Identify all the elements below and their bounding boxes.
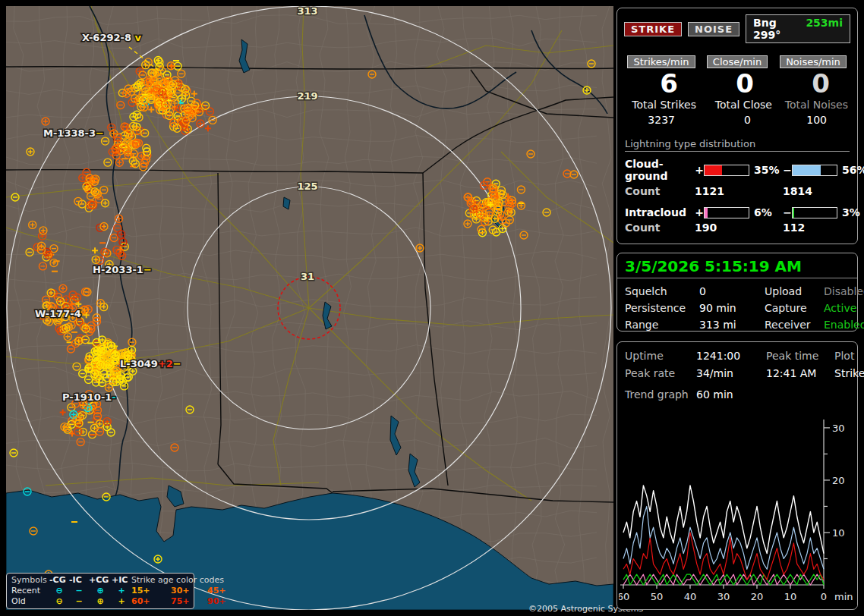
range-label: Range	[625, 319, 699, 331]
svg-text:H-2033-1−: H-2033-1−	[93, 264, 152, 275]
upload-status: Disabled	[824, 285, 864, 297]
legend-col-neg-cg: -CG	[49, 575, 69, 586]
legend-row-recent: Recent⊖−⊕+15+30+45+	[11, 586, 189, 596]
legend-age-45plus: 45+	[207, 586, 241, 596]
plot-mode-value: Strike	[834, 367, 864, 379]
svg-text:125: 125	[297, 181, 317, 192]
total-strikes-label: Total Strikes	[623, 99, 699, 111]
noises-per-min-value: 0	[775, 68, 851, 99]
minus-sign: −	[783, 164, 792, 176]
legend-symbol-posIC: +	[112, 586, 131, 596]
cg-positive-bar	[704, 165, 749, 176]
capture-label: Capture	[765, 302, 824, 314]
session-grid: Uptime 1241:00 Peak time Plot Peak rate …	[617, 342, 857, 379]
trend-graph-label: Trend graph	[625, 388, 696, 401]
legend-header-row: Symbols -CG -IC +CG +IC Strike age color…	[11, 575, 189, 586]
noises-per-min-column: Noises/min 0 Total Noises 100	[775, 55, 851, 126]
legend-col-pos-ic: +IC	[112, 575, 131, 586]
strike-toggle-button[interactable]: STRIKE	[624, 22, 682, 36]
svg-text:min: min	[834, 591, 853, 602]
svg-text:0: 0	[821, 591, 827, 602]
ic-positive-bar	[704, 207, 749, 218]
total-close-value: 0	[699, 111, 775, 126]
svg-text:50: 50	[651, 591, 664, 602]
svg-text:W-177-4: W-177-4	[35, 308, 81, 319]
strike-stats-panel: STRIKE NOISE Bng 299° 253mi Strikes/min …	[616, 8, 858, 244]
rate-counters: Strikes/min 6 Total Strikes 3237 Close/m…	[617, 45, 857, 126]
trend-graph-span: 60 min	[696, 388, 850, 401]
legend-row-label: Recent	[11, 586, 49, 596]
distribution-title: Lightning type distribution	[625, 138, 850, 152]
svg-text:20: 20	[832, 475, 845, 486]
cg-positive-count: 1121	[695, 185, 783, 197]
plus-sign: +	[695, 164, 704, 176]
capture-status: Active	[824, 302, 864, 314]
cg-negative-count: 1814	[783, 185, 850, 197]
cg-count-label: Count	[625, 185, 695, 197]
legend-age-90plus: 90+	[207, 596, 241, 607]
svg-text:31: 31	[301, 271, 314, 282]
cloud-ground-row: Cloud-ground + 35% − 56%	[625, 158, 850, 182]
svg-text:219: 219	[297, 90, 317, 102]
svg-text:60: 60	[619, 591, 629, 602]
total-strikes-value: 3237	[623, 111, 699, 126]
mode-button-row: STRIKE NOISE Bng 299° 253mi	[617, 8, 857, 45]
svg-text:10: 10	[784, 591, 797, 602]
legend-symbol-negIC: −	[69, 596, 89, 607]
lightning-type-distribution: Lightning type distribution Cloud-ground…	[617, 126, 857, 234]
squelch-value: 0	[699, 285, 765, 297]
legend-symbol-posCG: ⊕	[89, 586, 112, 596]
persistence-label: Persistence	[625, 302, 699, 314]
legend-age-15plus: 15+	[131, 586, 171, 596]
intracloud-row: Intracloud + 6% − 3%	[625, 206, 850, 218]
total-noises-value: 100	[775, 111, 851, 126]
map-symbol-legend: Symbols -CG -IC +CG +IC Strike age color…	[6, 573, 194, 609]
noise-toggle-button[interactable]: NOISE	[688, 22, 739, 36]
cg-negative-bar-fill	[793, 165, 821, 175]
intracloud-label: Intracloud	[625, 206, 695, 218]
svg-text:M-1338-3−: M-1338-3−	[43, 127, 104, 139]
legend-symbol-negCG: ⊖	[49, 596, 69, 607]
svg-text:10: 10	[832, 527, 845, 539]
lightning-map[interactable]: X-6292-8 vM-1338-3−H-2033-1−W-177-4L-304…	[6, 6, 613, 610]
legend-age-title: Strike age color codes	[131, 575, 241, 586]
svg-text:L-3049+2−: L-3049+2−	[120, 358, 181, 369]
upload-label: Upload	[765, 285, 824, 297]
cg-negative-percent: 56%	[837, 164, 864, 176]
cg-positive-bar-fill	[705, 165, 722, 175]
intracloud-count-row: Count 190 112	[625, 222, 850, 234]
svg-text:30: 30	[717, 591, 730, 602]
svg-text:20: 20	[751, 591, 764, 602]
close-per-min-value: 0	[699, 68, 775, 99]
close-per-min-header: Close/min	[707, 55, 768, 68]
ic-count-label: Count	[625, 222, 695, 234]
ic-positive-count: 190	[695, 222, 783, 234]
peak-time-header: Peak time	[766, 350, 834, 362]
receiver-status-grid: Squelch 0 Upload Disabled Persistence 90…	[617, 278, 857, 338]
uptime-label: Uptime	[625, 350, 696, 362]
plus-sign: +	[695, 206, 704, 218]
receiver-label: Receiver	[765, 319, 824, 331]
plot-header: Plot	[834, 350, 864, 362]
strikes-per-min-header: Strikes/min	[627, 55, 695, 68]
legend-age-75plus: 75+	[171, 596, 207, 607]
cg-negative-bar	[792, 165, 837, 176]
strike-trend-chart: 1020306050403020100min	[619, 416, 857, 606]
ic-negative-bar-fill	[793, 208, 794, 218]
strikes-per-min-column: Strikes/min 6 Total Strikes 3237	[623, 55, 699, 126]
nexstorm-window: X-6292-8 vM-1338-3−H-2033-1−W-177-4L-304…	[0, 0, 864, 616]
legend-symbol-posCG: ⊕	[89, 596, 112, 607]
ic-negative-bar	[792, 207, 837, 218]
svg-text:X-6292-8 v: X-6292-8 v	[82, 32, 142, 43]
legend-col-pos-cg: +CG	[89, 575, 112, 586]
ic-positive-bar-fill	[705, 208, 708, 218]
svg-text:40: 40	[684, 591, 697, 602]
total-close-label: Total Close	[699, 99, 775, 111]
peak-rate-label: Peak rate	[625, 367, 696, 379]
cg-positive-percent: 35%	[749, 164, 783, 176]
legend-age-60plus: 60+	[131, 596, 171, 607]
legend-row-label: Old	[11, 596, 49, 607]
bearing-label: Bng 299°	[753, 17, 795, 41]
svg-text:313: 313	[297, 6, 317, 17]
ic-negative-percent: 3%	[837, 206, 864, 218]
